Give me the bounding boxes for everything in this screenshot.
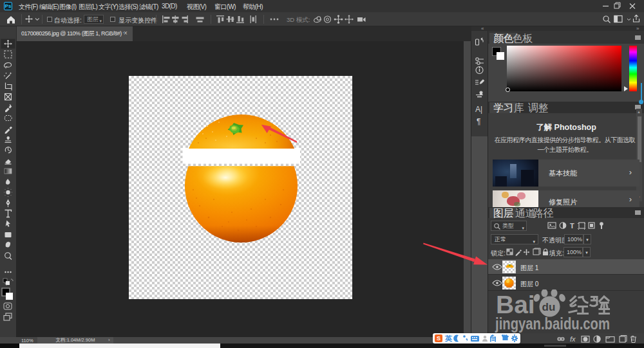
svg-text:fx: fx bbox=[570, 335, 576, 343]
svg-text:¶: ¶ bbox=[477, 117, 480, 126]
svg-text:A|: A| bbox=[475, 105, 482, 114]
svg-text:du: du bbox=[542, 301, 556, 313]
svg-text:T: T bbox=[570, 222, 574, 230]
